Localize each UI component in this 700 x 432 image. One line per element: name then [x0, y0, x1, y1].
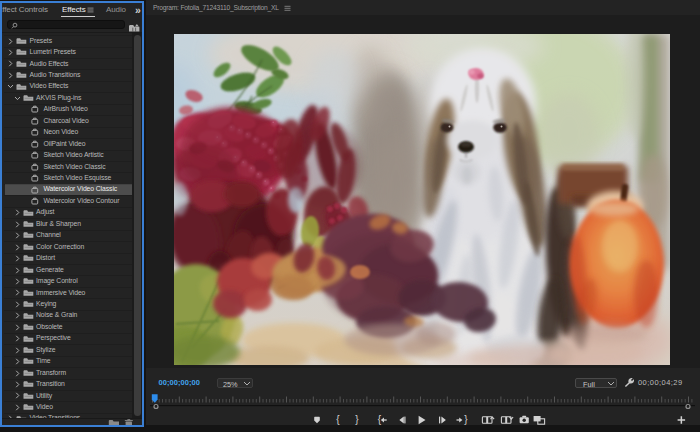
svg-text:}: } [355, 414, 359, 425]
svg-text:{: { [336, 414, 340, 425]
svg-text:}: } [464, 414, 468, 425]
